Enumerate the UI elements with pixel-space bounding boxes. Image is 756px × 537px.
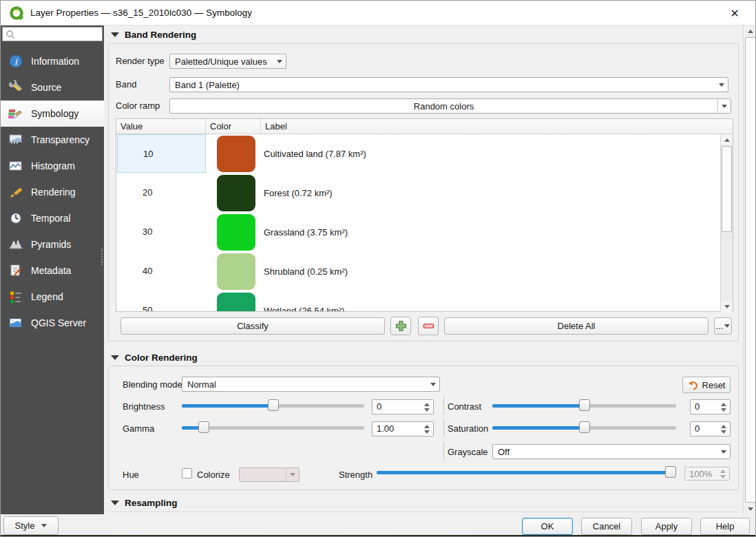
help-button[interactable]: Help [700,518,750,535]
reset-button[interactable]: Reset [682,377,731,393]
value-cell[interactable]: 30 [117,213,206,251]
column-header-label[interactable]: Label [261,119,733,134]
strength-spin[interactable]: 100% [684,467,730,481]
value-cell[interactable]: 10 [117,134,206,173]
table-row[interactable]: 20 Forest (0.72 km²) [116,173,721,213]
spin-down-icon[interactable] [721,430,726,434]
scroll-down-icon[interactable] [744,503,756,514]
scrollbar-thumb[interactable] [745,37,756,503]
label-cell[interactable]: Wetland (26.54 km²) [264,291,345,311]
spin-down-icon[interactable] [424,430,430,434]
spin-up-icon[interactable] [424,425,430,428]
render-type-select[interactable]: Paletted/Unique values [169,54,286,69]
label-cell[interactable]: Forest (0.72 km²) [264,173,333,213]
color-rendering-header[interactable]: Color Rendering [111,352,198,363]
strength-slider[interactable] [377,465,675,479]
footer-bar: Style OK Cancel Apply Help [1,514,756,535]
delete-all-button[interactable]: Delete All [444,317,708,335]
spin-down-icon[interactable] [424,408,430,412]
cancel-button[interactable]: Cancel [581,518,632,535]
column-header-color[interactable]: Color [206,119,261,134]
contrast-slider[interactable] [492,399,676,412]
more-options-button[interactable]: ... [714,317,732,335]
sidebar-item-information[interactable]: i Information [1,48,104,74]
brightness-slider[interactable] [182,399,364,412]
resampling-header[interactable]: Resampling [111,498,178,508]
color-swatch[interactable] [217,293,255,311]
main-scrollbar[interactable] [743,25,756,514]
label-cell[interactable]: Cultivated land (7.87 km²) [264,134,366,173]
spin-up-icon[interactable] [424,403,430,406]
table-row[interactable]: 50 Wetland (26.54 km²) [116,291,721,311]
slider-handle[interactable] [579,421,590,433]
color-ramp-select[interactable]: Random colors [169,98,731,114]
sidebar-splitter-handle[interactable] [101,249,104,265]
sidebar-item-source[interactable]: Source [1,74,104,101]
value-cell[interactable]: 50 [117,291,206,311]
sidebar-search[interactable] [2,27,103,41]
scroll-up-icon[interactable] [744,25,756,36]
spin-up-icon[interactable] [721,403,726,406]
slider-fill [492,426,585,430]
spin-down-icon[interactable] [720,475,726,478]
sidebar-item-rendering[interactable]: Rendering [1,179,104,205]
color-ramp-value: Random colors [170,101,717,112]
scroll-up-icon[interactable] [721,134,733,145]
apply-button[interactable]: Apply [641,518,692,535]
colorize-checkbox[interactable] [182,468,192,478]
band-select[interactable]: Band 1 (Palette) [169,77,728,92]
scroll-down-icon[interactable] [721,301,733,312]
sidebar-item-transparency[interactable]: Transparency [1,127,104,153]
color-swatch[interactable] [217,214,255,251]
gamma-slider[interactable] [182,421,364,434]
table-row[interactable]: 10 Cultivated land (7.87 km²) [116,134,721,173]
sidebar-item-legend[interactable]: Legend [1,284,104,310]
ok-button[interactable]: OK [522,518,573,535]
histogram-icon [7,158,25,174]
sidebar-item-qgis-server[interactable]: QGIS Server [1,310,104,336]
band-value: Band 1 (Palette) [170,80,715,90]
sidebar-item-pyramids[interactable]: Pyramids [1,231,104,257]
spin-up-icon[interactable] [721,425,726,428]
column-header-value[interactable]: Value [116,119,206,134]
sidebar-item-symbology[interactable]: Symbology [1,101,104,127]
colorize-color-select[interactable] [239,467,300,482]
color-swatch[interactable] [217,175,255,211]
color-swatch[interactable] [217,253,255,290]
spin-up-icon[interactable] [720,470,726,473]
value-cell[interactable]: 40 [117,252,206,291]
blending-mode-select[interactable]: Normal [182,377,440,392]
spin-down-icon[interactable] [721,408,726,412]
contrast-spin[interactable]: 0 [690,399,731,414]
label-cell[interactable]: Shrubland (0.25 km²) [264,252,348,291]
saturation-spin[interactable]: 0 [690,421,731,436]
gamma-spin[interactable]: 1.00 [372,421,434,436]
scrollbar-thumb[interactable] [722,146,732,232]
label-cell[interactable]: Grassland (3.75 km²) [264,213,348,252]
chevron-down-icon [717,99,731,113]
slider-handle[interactable] [268,399,279,411]
remove-value-button[interactable] [418,317,439,335]
transparency-icon [7,131,25,148]
band-rendering-header[interactable]: Band Rendering [111,30,196,40]
slider-handle[interactable] [198,421,209,433]
hue-label: Hue [123,470,139,480]
table-scrollbar[interactable] [720,134,733,312]
sidebar-item-metadata[interactable]: Metadata [1,257,104,284]
color-swatch[interactable] [217,136,255,172]
saturation-slider[interactable] [492,421,676,434]
table-row[interactable]: 30 Grassland (3.75 km²) [116,213,721,252]
brightness-spin[interactable]: 0 [372,399,434,414]
search-input[interactable] [15,30,96,39]
sidebar-item-temporal[interactable]: Temporal [1,205,104,231]
add-value-button[interactable] [390,317,411,335]
close-icon[interactable]: ✕ [721,1,748,25]
grayscale-select[interactable]: Off [492,444,731,459]
style-button[interactable]: Style [3,516,59,535]
sidebar-item-histogram[interactable]: Histogram [1,153,104,179]
slider-handle[interactable] [665,466,676,478]
classify-button[interactable]: Classify [120,317,385,335]
value-cell[interactable]: 20 [117,173,206,212]
table-row[interactable]: 40 Shrubland (0.25 km²) [116,252,721,291]
slider-handle[interactable] [579,399,590,411]
